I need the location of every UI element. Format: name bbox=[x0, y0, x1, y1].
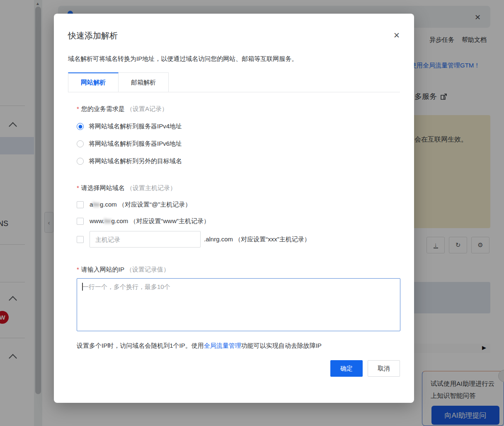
choose-domain-label: *请选择网站域名 （设置主机记录） bbox=[77, 184, 400, 192]
ip-input-area bbox=[77, 278, 400, 333]
domain-option-www[interactable]: www.lnrg.com （对应设置“www”主机记录） bbox=[77, 217, 400, 225]
redacted-text: lnr bbox=[104, 217, 111, 224]
modal-description: 域名解析可将域名转换为IP地址，以便通过域名访问您的网站、邮箱等互联网服务。 bbox=[68, 55, 400, 63]
ip-label: *请输入网站的IP （设置记录值） bbox=[77, 266, 400, 274]
radio-label: 将网站域名解析到服务器IPv4地址 bbox=[89, 123, 182, 130]
radio-label: 将网站域名解析到服务器IPv6地址 bbox=[89, 140, 182, 148]
required-asterisk: * bbox=[77, 105, 79, 112]
domain-text: alnrg.com （对应设置“@”主机记录） bbox=[90, 201, 191, 209]
confirm-button[interactable]: 确定 bbox=[330, 360, 363, 377]
cancel-button[interactable]: 取消 bbox=[368, 360, 400, 377]
radio-option-cname[interactable]: 将网站域名解析到另外的目标域名 bbox=[77, 157, 400, 165]
ip-textarea[interactable] bbox=[77, 278, 400, 331]
required-asterisk: * bbox=[77, 266, 79, 273]
modal-close-icon[interactable]: ✕ bbox=[393, 30, 400, 39]
dns-form: *您的业务需求是 （设置A记录） 将网站域名解析到服务器IPv4地址 将网站域名… bbox=[68, 105, 400, 350]
radio-option-ipv4[interactable]: 将网站域名解析到服务器IPv4地址 bbox=[77, 123, 400, 130]
required-asterisk: * bbox=[77, 184, 79, 191]
radio-checked-icon[interactable] bbox=[77, 123, 84, 130]
business-need-hint: （设置A记录） bbox=[126, 105, 168, 112]
checkbox-icon[interactable] bbox=[77, 218, 84, 225]
quick-add-dns-modal: 快速添加解析 ✕ 域名解析可将域名转换为IP地址，以便通过域名访问您的网站、邮箱… bbox=[54, 14, 414, 403]
domain-note: （对应设置“xxx”主机记录） bbox=[235, 236, 310, 243]
checkbox-icon[interactable] bbox=[77, 201, 84, 208]
ip-note: 设置多个IP时，访问域名会随机到1个IP。使用全局流量管理功能可以实现自动去除故… bbox=[77, 342, 400, 350]
radio-label: 将网站域名解析到另外的目标域名 bbox=[89, 157, 182, 165]
screen: ▲ NS W ‹ ✕ 异步任务 帮助文档 使用全局流量管理GTM！ 多服务 bbox=[0, 0, 504, 426]
checkbox-icon[interactable] bbox=[77, 236, 84, 243]
business-need-label: *您的业务需求是 （设置A记录） bbox=[77, 105, 400, 113]
modal-footer: 确定 取消 bbox=[68, 360, 400, 377]
text-cursor bbox=[82, 283, 83, 291]
tab-bar: 网站解析 邮箱解析 bbox=[68, 72, 400, 92]
choose-domain-hint: （设置主机记录） bbox=[126, 184, 176, 191]
ip-hint: （设置记录值） bbox=[126, 266, 170, 273]
tab-website-resolution[interactable]: 网站解析 bbox=[68, 72, 119, 92]
domain-option-custom[interactable]: .alnrg.com （对应设置“xxx”主机记录） bbox=[77, 231, 400, 248]
domain-note: （对应设置“@”主机记录） bbox=[119, 201, 191, 208]
gtm-inline-link[interactable]: 全局流量管理 bbox=[204, 342, 241, 349]
tab-email-resolution[interactable]: 邮箱解析 bbox=[119, 72, 169, 92]
domain-note: （对应设置“www”主机记录） bbox=[130, 217, 210, 224]
radio-icon[interactable] bbox=[77, 140, 84, 147]
host-record-input[interactable] bbox=[90, 231, 201, 248]
domain-suffix: .alnrg.com （对应设置“xxx”主机记录） bbox=[204, 236, 310, 243]
redacted-text: lnr bbox=[93, 201, 100, 208]
domain-text: www.lnrg.com （对应设置“www”主机记录） bbox=[90, 217, 210, 225]
radio-option-ipv6[interactable]: 将网站域名解析到服务器IPv6地址 bbox=[77, 140, 400, 148]
domain-option-root[interactable]: alnrg.com （对应设置“@”主机记录） bbox=[77, 201, 400, 209]
radio-icon[interactable] bbox=[77, 158, 84, 165]
modal-title: 快速添加解析 bbox=[68, 30, 118, 41]
